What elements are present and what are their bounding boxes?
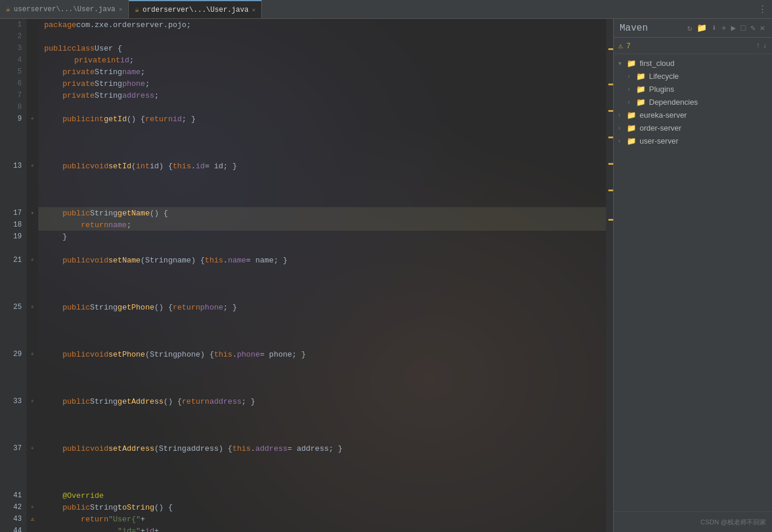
scroll-markers — [606, 19, 613, 532]
keyword-package: package — [44, 21, 76, 29]
tab-orderserver[interactable]: ☕ orderserver\...\User.java ✕ — [129, 0, 262, 18]
fold-29[interactable]: + — [26, 348, 38, 360]
tree-lifecycle[interactable]: › 📁 Lifecycle — [614, 69, 772, 82]
fold-42[interactable]: + — [26, 501, 38, 513]
code-line-26 — [38, 313, 606, 325]
ln-6: 6 — [2, 78, 22, 89]
gutter-43 — [26, 525, 38, 532]
scroll-marker-2 — [608, 84, 613, 85]
dependencies-chevron-icon: › — [628, 99, 636, 105]
eureka-folder-icon: 📁 — [627, 111, 637, 119]
lifecycle-label: Lifecycle — [649, 72, 767, 81]
tree-plugins[interactable]: › 📁 Plugins — [614, 82, 772, 95]
ln-33: 33 — [2, 395, 22, 407]
ln-15 — [2, 184, 22, 195]
code-line-3: public class User { — [38, 42, 606, 54]
toolbar-right: ⋮ — [753, 4, 772, 15]
gutter: + + ▾ + + + + — [26, 19, 38, 532]
gutter-18 — [26, 219, 38, 231]
code-line-8 — [38, 101, 606, 113]
fold-9[interactable]: + — [26, 113, 38, 125]
ln-16 — [2, 195, 22, 207]
code-line-13: public void setId ( int id ) { this . id… — [38, 160, 606, 172]
gutter-41 — [26, 490, 38, 501]
eureka-label: eureka-server — [640, 111, 767, 119]
gutter-24 — [26, 290, 38, 301]
code-line-7: private String address ; — [38, 89, 606, 101]
tab-userserver-close[interactable]: ✕ — [119, 6, 122, 13]
lifecycle-folder-icon: 📁 — [636, 72, 647, 81]
settings-icon[interactable]: □ — [740, 22, 747, 34]
user-folder-icon: 📁 — [627, 137, 637, 145]
gutter-40 — [26, 478, 38, 490]
tab-userserver-label: userserver\...\User.java — [14, 5, 115, 14]
nav-down-icon[interactable]: ↓ — [763, 41, 767, 50]
play-icon[interactable]: ▶ — [730, 22, 737, 34]
gutter-42-warn: ⚠ — [26, 513, 38, 525]
gutter-35 — [26, 419, 38, 431]
code-line-23 — [38, 278, 606, 290]
add-icon[interactable]: + — [720, 22, 727, 34]
ln-29: 29 — [2, 348, 22, 360]
ln-31 — [2, 372, 22, 384]
ln-9: 9 — [2, 113, 22, 125]
ln-43: 43 — [2, 513, 22, 525]
fold-33[interactable]: + — [26, 395, 38, 407]
root-label: first_cloud — [640, 59, 767, 68]
fold-17[interactable]: ▾ — [26, 207, 38, 219]
feather-icon[interactable]: ✎ — [749, 22, 756, 34]
ln-18: 18 — [2, 219, 22, 231]
download-icon[interactable]: ⬇ — [710, 22, 717, 34]
gutter-11 — [26, 137, 38, 148]
fold-25[interactable]: + — [26, 301, 38, 313]
code-line-22 — [38, 266, 606, 278]
gutter-36 — [26, 431, 38, 443]
tab-orderserver-close[interactable]: ✕ — [252, 6, 255, 14]
gutter-4 — [26, 54, 38, 66]
ln-13: 13 — [2, 160, 22, 172]
gutter-5 — [26, 66, 38, 78]
folder-open-icon[interactable]: 📁 — [696, 22, 708, 34]
code-line-19: } — [38, 231, 606, 242]
warning-triangle-icon: ⚠ — [618, 41, 623, 51]
code-line-31 — [38, 372, 606, 384]
code-line-18: return name ; — [38, 219, 606, 231]
code-editor[interactable]: package com.zxe.orderserver.pojo; public… — [38, 19, 606, 532]
close-panel-icon[interactable]: ✕ — [759, 22, 766, 34]
code-line-1: package com.zxe.orderserver.pojo; — [38, 19, 606, 31]
nav-up-icon[interactable]: ↑ — [756, 41, 760, 50]
gutter-38 — [26, 454, 38, 466]
code-line-11 — [38, 137, 606, 148]
fold-37[interactable]: + — [26, 443, 38, 454]
more-icon[interactable]: ⋮ — [758, 4, 767, 15]
code-line-40 — [38, 478, 606, 490]
tree-user-server[interactable]: › 📁 user-server — [614, 134, 772, 147]
refresh-icon[interactable]: ↻ — [686, 22, 693, 34]
tree-dependencies[interactable]: › 📁 Dependencies — [614, 95, 772, 108]
plugins-chevron-icon: › — [628, 86, 636, 92]
tree-eureka-server[interactable]: › 📁 eureka-server — [614, 108, 772, 121]
tree-order-server[interactable]: › 📁 order-server — [614, 121, 772, 134]
scroll-marker-6 — [608, 189, 613, 191]
code-line-28 — [38, 337, 606, 348]
gutter-16 — [26, 195, 38, 207]
code-line-16 — [38, 195, 606, 207]
code-line-15 — [38, 184, 606, 195]
gutter-2 — [26, 31, 38, 42]
code-line-42: public String toString () { — [38, 501, 606, 513]
gutter-20 — [26, 242, 38, 254]
fold-21[interactable]: + — [26, 254, 38, 266]
ln-11 — [2, 137, 22, 148]
gutter-34 — [26, 407, 38, 419]
dependencies-folder-icon: 📁 — [636, 98, 647, 107]
code-line-35 — [38, 419, 606, 431]
gutter-28 — [26, 337, 38, 348]
tab-userserver[interactable]: ☕ userserver\...\User.java ✕ — [0, 0, 129, 18]
user-chevron-icon: › — [618, 138, 627, 144]
tree-root-first-cloud[interactable]: ▾ 📁 first_cloud — [614, 56, 772, 69]
fold-13[interactable]: + — [26, 160, 38, 172]
code-line-4: private int id ; — [38, 54, 606, 66]
ln-2: 2 — [2, 31, 22, 42]
code-line-14 — [38, 172, 606, 184]
ln-35 — [2, 419, 22, 431]
